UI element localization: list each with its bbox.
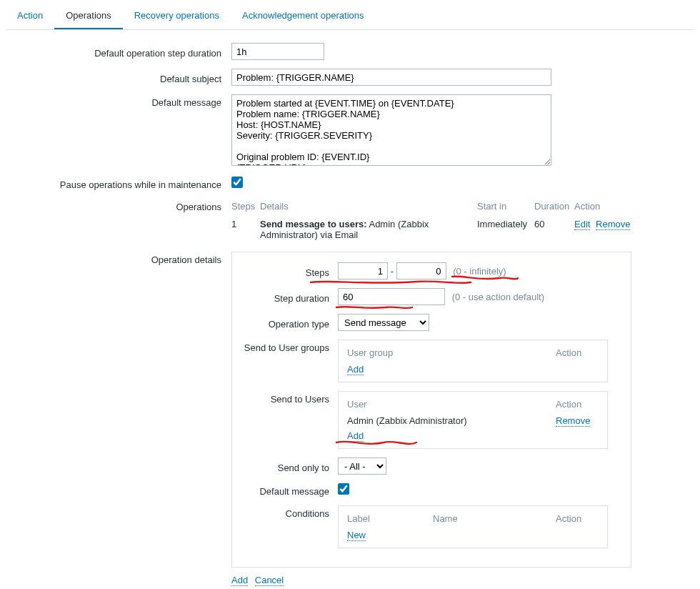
label-operations: Operations	[6, 199, 231, 212]
ops-row-details: Send message to users: Admin (Zabbix Adm…	[260, 219, 477, 240]
ug-header-action: Action	[556, 347, 599, 358]
ops-header-steps: Steps	[231, 201, 260, 212]
checkbox-default-message[interactable]	[338, 483, 349, 495]
op-cancel-link[interactable]: Cancel	[255, 575, 284, 586]
tab-operations[interactable]: Operations	[54, 3, 123, 29]
ops-header-duration: Duration	[534, 201, 574, 212]
cond-header-label: Label	[347, 513, 433, 524]
ops-header-action: Action	[574, 201, 631, 212]
tab-action[interactable]: Action	[6, 3, 54, 29]
d-sendonly-label: Send only to	[244, 460, 338, 473]
label-operation-details: Operation details	[6, 252, 231, 265]
ug-header-usergroup: User group	[347, 347, 556, 358]
select-send-only-to[interactable]: - All -	[338, 457, 386, 475]
cond-new-link[interactable]: New	[347, 530, 366, 541]
d-send-users-label: Send to Users	[244, 391, 338, 405]
input-default-step-duration[interactable]	[231, 43, 324, 60]
input-default-subject[interactable]	[231, 69, 551, 86]
annotation-redline-icon	[334, 437, 419, 450]
tab-bar: Action Operations Recovery operations Ac…	[6, 3, 694, 30]
tab-ack[interactable]: Acknowledgement operations	[231, 3, 376, 29]
u-remove-link[interactable]: Remove	[556, 415, 590, 427]
ops-header-details: Details	[260, 201, 477, 212]
step-duration-hint: (0 - use action default)	[452, 292, 544, 302]
operations-table: Steps Details Start in Duration Action 1…	[231, 199, 631, 243]
input-steps-to[interactable]	[396, 262, 446, 279]
input-step-duration[interactable]	[338, 288, 445, 305]
ops-row-details-prefix: Send message to users:	[260, 219, 367, 229]
ops-row-step: 1	[231, 219, 260, 240]
ops-edit-link[interactable]: Edit	[574, 219, 590, 230]
label-default-message: Default message	[6, 94, 231, 108]
u-header-user: User	[347, 399, 556, 410]
d-steps-label: Steps	[244, 264, 338, 278]
op-add-link[interactable]: Add	[231, 575, 248, 586]
ops-header: Steps Details Start in Duration Action	[231, 199, 631, 216]
conditions-box: Label Name Action New	[338, 505, 608, 548]
annotation-redline-icon	[335, 304, 414, 312]
d-step-duration-label: Step duration	[244, 290, 338, 304]
label-default-subject: Default subject	[6, 71, 231, 84]
label-pause-maintenance: Pause operations while in maintenance	[6, 177, 231, 190]
cond-header-action: Action	[556, 513, 599, 524]
u-header-action: Action	[556, 399, 599, 410]
operation-details-box: Steps - (0 - infinitely)	[231, 252, 631, 568]
ops-row-duration: 60	[534, 219, 574, 240]
d-defaultmsg-label: Default message	[244, 483, 338, 497]
ops-header-startin: Start in	[477, 201, 534, 212]
ops-row-startin: Immediately	[477, 219, 534, 240]
input-steps-from[interactable]	[338, 262, 388, 279]
textarea-default-message[interactable]	[231, 94, 551, 166]
select-operation-type[interactable]: Send message	[338, 314, 429, 331]
d-optype-label: Operation type	[244, 316, 338, 330]
label-default-step-duration: Default operation step duration	[6, 45, 231, 59]
user-groups-box: User group Action Add	[338, 340, 608, 382]
ops-row: 1 Send message to users: Admin (Zabbix A…	[231, 216, 631, 243]
ug-add-link[interactable]: Add	[347, 364, 364, 375]
annotation-redline-icon	[449, 274, 521, 285]
cond-header-name: Name	[433, 513, 556, 524]
u-row-user: Admin (Zabbix Administrator)	[347, 415, 556, 426]
d-send-groups-label: Send to User groups	[244, 340, 338, 353]
ops-remove-link[interactable]: Remove	[596, 219, 630, 230]
tab-recovery[interactable]: Recovery operations	[123, 3, 231, 29]
d-conditions-label: Conditions	[244, 505, 338, 519]
checkbox-pause-maintenance[interactable]	[231, 177, 243, 188]
